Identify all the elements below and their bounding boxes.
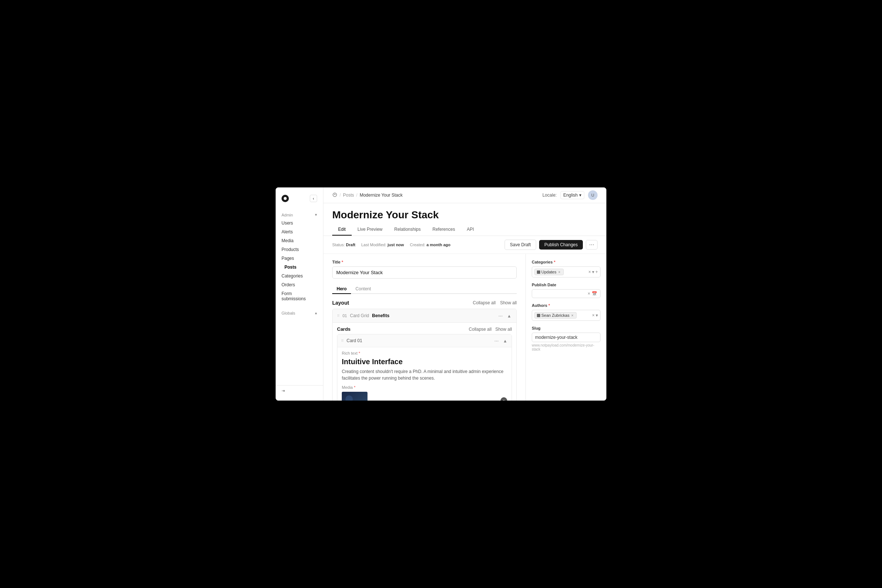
date-text-input[interactable] (535, 291, 586, 296)
date-clear-button[interactable]: × (588, 291, 590, 296)
sidebar-item-orders[interactable]: Orders (276, 280, 323, 289)
tab-references[interactable]: References (427, 224, 461, 236)
page-header: Modernize Your Stack (323, 203, 606, 221)
layout-block: ⠿ 01 Card Grid Benefits ··· ▴ Cards (332, 309, 517, 400)
sidebar-item-categories[interactable]: Categories (276, 272, 323, 280)
tab-relationships[interactable]: Relationships (388, 224, 427, 236)
media-external-link-icon[interactable]: ↗ (413, 400, 416, 401)
sidebar-collapse-button[interactable]: ‹ (310, 195, 317, 202)
admin-section-header: Admin ▾ (276, 211, 323, 219)
status-label: Status: Draft (332, 243, 356, 247)
card-header-right: ··· ▴ (493, 337, 508, 344)
block-collapse-button[interactable]: ▴ (506, 312, 512, 320)
tab-api[interactable]: API (461, 224, 480, 236)
card-drag-handle-icon[interactable]: ⠿ (341, 339, 344, 343)
sidebar-item-products[interactable]: Products (276, 245, 323, 254)
layout-title: Layout (332, 300, 349, 306)
sidebar-item-form-submissions[interactable]: Form submissions (276, 289, 323, 303)
authors-field: Authors * Sean Zubrickas × × ▾ (532, 303, 600, 321)
author-tag-label: Sean Zubrickas (542, 313, 569, 318)
sidebar-item-pages[interactable]: Pages (276, 254, 323, 263)
status-value: Draft (346, 243, 356, 247)
sidebar-item-alerts[interactable]: Alerts (276, 228, 323, 236)
status-left: Status: Draft Last Modified: just now Cr… (332, 243, 450, 247)
sidebar-logo: ‹ (276, 192, 323, 208)
author-tag-remove[interactable]: × (570, 314, 574, 318)
media-remove-button[interactable]: × (501, 397, 507, 400)
avatar[interactable]: U (588, 190, 597, 200)
side-pane: Categories * Updates × × ▾ + (525, 254, 606, 400)
author-tag-icon (537, 314, 540, 317)
title-input[interactable] (332, 266, 517, 279)
locale-chevron-icon: ▾ (579, 193, 581, 198)
svg-point-0 (284, 197, 286, 200)
block-header-left: ⠿ 01 Card Grid Benefits (337, 313, 390, 318)
breadcrumb-home-icon[interactable] (332, 192, 338, 198)
locale-select[interactable]: English ▾ (560, 191, 584, 199)
locale-value: English (563, 193, 578, 198)
authors-clear-button[interactable]: × (592, 313, 595, 318)
category-tag: Updates × (534, 268, 564, 275)
category-tag-remove[interactable]: × (558, 270, 561, 274)
card-more-button[interactable]: ··· (493, 337, 500, 344)
media-row: intuitive-interface.jpg ↗ × (342, 392, 507, 400)
categories-chevron-button[interactable]: ▾ (592, 269, 594, 274)
date-calendar-button[interactable]: 📅 (592, 291, 597, 296)
media-thumbnail (342, 392, 368, 400)
block-more-button[interactable]: ··· (497, 312, 504, 320)
sidebar-item-media[interactable]: Media (276, 236, 323, 245)
breadcrumb-sep2: / (356, 193, 357, 198)
drag-handle-icon[interactable]: ⠿ (337, 314, 340, 318)
authors-required: * (548, 303, 550, 308)
media-filename: intuitive-interface.jpg (374, 400, 411, 400)
show-all-link[interactable]: Show all (500, 300, 517, 305)
publish-date-input[interactable]: × 📅 (532, 289, 600, 298)
cards-collapse-all[interactable]: Collapse all (469, 327, 492, 332)
collapse-all-link[interactable]: Collapse all (473, 300, 496, 305)
card-collapse-button[interactable]: ▴ (502, 337, 508, 344)
publish-changes-button[interactable]: Publish Changes (539, 240, 583, 249)
breadcrumb-sep1: / (340, 193, 340, 198)
sidebar-item-posts[interactable]: Posts (276, 263, 323, 272)
main-content: / Posts / Modernize Your Stack Locale: E… (323, 188, 606, 400)
card-item-left: ⠿ Card 01 (341, 338, 362, 343)
breadcrumb-current: Modernize Your Stack (360, 193, 403, 198)
authors-input[interactable]: Sean Zubrickas × × ▾ (532, 310, 600, 321)
cards-show-all[interactable]: Show all (495, 327, 512, 332)
rich-text-required: * (358, 351, 360, 356)
category-tag-label: Updates (542, 270, 556, 274)
categories-clear-button[interactable]: × (588, 269, 591, 274)
categories-input[interactable]: Updates × × ▾ + (532, 266, 600, 278)
tag-link-icon (537, 270, 540, 274)
block-type: Card Grid (350, 313, 369, 318)
categories-label: Categories * (532, 260, 600, 264)
status-bar: Status: Draft Last Modified: just now Cr… (323, 236, 606, 254)
layout-actions: Collapse all Show all (473, 300, 517, 305)
categories-field: Categories * Updates × × ▾ + (532, 260, 600, 278)
page-title: Modernize Your Stack (332, 209, 597, 221)
block-name: Benefits (372, 313, 389, 318)
tab-edit[interactable]: Edit (332, 224, 352, 236)
globals-section: Globals ▴ (276, 306, 323, 320)
slug-input[interactable] (532, 333, 600, 342)
slug-label: Slug (532, 326, 600, 330)
card-content: Rich text * Intuitive Interface Creating… (338, 347, 512, 400)
hero-tab[interactable]: Hero (332, 285, 351, 294)
card-item: ⠿ Card 01 ··· ▴ Rich text * (337, 334, 512, 400)
sidebar-item-users[interactable]: Users (276, 219, 323, 228)
logout-button[interactable]: ⇥ (282, 388, 317, 393)
logo-icon (282, 195, 289, 202)
breadcrumb-section[interactable]: Posts (343, 193, 354, 198)
tab-live-preview[interactable]: Live Preview (352, 224, 388, 236)
rich-text-title: Intuitive Interface (342, 358, 507, 366)
more-options-button[interactable]: ⋯ (586, 240, 597, 249)
content-tab[interactable]: Content (351, 285, 375, 294)
save-draft-button[interactable]: Save Draft (505, 240, 537, 250)
tag-controls: × ▾ + (588, 269, 598, 274)
publish-date-label: Publish Date (532, 283, 600, 287)
rich-text-body: Creating content shouldn't require a PhD… (342, 368, 507, 381)
topbar-right: Locale: English ▾ U (542, 190, 597, 200)
author-tag-controls: × ▾ (592, 313, 598, 318)
categories-add-button[interactable]: + (596, 269, 598, 274)
authors-chevron-button[interactable]: ▾ (596, 313, 598, 318)
